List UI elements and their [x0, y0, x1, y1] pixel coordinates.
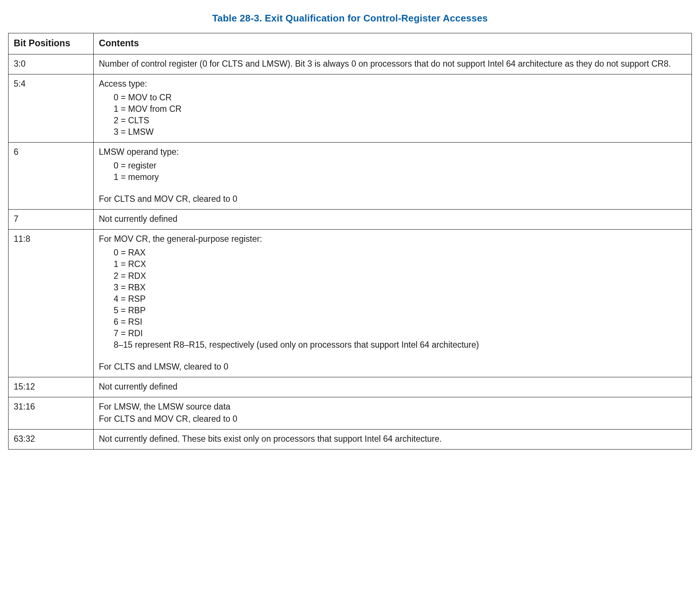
- row-intro-text: Access type:: [99, 78, 686, 90]
- exit-qualification-table: Bit Positions Contents 3:0 Number of con…: [8, 33, 692, 450]
- list-item: 2 = CLTS: [114, 115, 686, 126]
- row-value-list: 0 = RAX 1 = RCX 2 = RDX 3 = RBX 4 = RSP …: [114, 247, 686, 350]
- row-line-text: For CLTS and MOV CR, cleared to 0: [99, 413, 686, 425]
- list-item: 3 = RBX: [114, 282, 686, 293]
- table-row: 5:4 Access type: 0 = MOV to CR 1 = MOV f…: [9, 74, 692, 142]
- table-caption: Table 28-3. Exit Qualification for Contr…: [8, 12, 692, 25]
- table-row: 11:8 For MOV CR, the general-purpose reg…: [9, 230, 692, 377]
- list-item: 0 = register: [114, 160, 686, 171]
- cell-contents: Number of control register (0 for CLTS a…: [94, 54, 692, 74]
- cell-contents: For MOV CR, the general-purpose register…: [94, 230, 692, 377]
- row-intro-text: LMSW operand type:: [99, 146, 686, 158]
- cell-bit-positions: 3:0: [9, 54, 94, 74]
- list-item: 6 = RSI: [114, 316, 686, 328]
- list-item: 3 = LMSW: [114, 126, 686, 138]
- table-row: 63:32 Not currently defined. These bits …: [9, 430, 692, 450]
- cell-bit-positions: 7: [9, 210, 94, 230]
- cell-bit-positions: 11:8: [9, 230, 94, 377]
- cell-contents: Not currently defined. These bits exist …: [94, 430, 692, 450]
- cell-contents: For LMSW, the LMSW source data For CLTS …: [94, 397, 692, 429]
- row-trail-text: For CLTS and LMSW, cleared to 0: [99, 361, 686, 373]
- list-item: 0 = RAX: [114, 247, 686, 258]
- cell-bit-positions: 6: [9, 143, 94, 210]
- list-item: 1 = memory: [114, 171, 686, 183]
- row-trail-text: For CLTS and MOV CR, cleared to 0: [99, 193, 686, 205]
- cell-bit-positions: 63:32: [9, 430, 94, 450]
- list-item: 8–15 represent R8–R15, respectively (use…: [114, 339, 686, 351]
- row-intro-text: For MOV CR, the general-purpose register…: [99, 233, 686, 245]
- table-row: 3:0 Number of control register (0 for CL…: [9, 54, 692, 74]
- cell-bit-positions: 5:4: [9, 74, 94, 142]
- list-item: 1 = RCX: [114, 258, 686, 270]
- row-value-list: 0 = register 1 = memory: [114, 160, 686, 183]
- table-header-row: Bit Positions Contents: [9, 33, 692, 54]
- cell-bit-positions: 31:16: [9, 397, 94, 429]
- table-row: 15:12 Not currently defined: [9, 377, 692, 397]
- cell-contents: Not currently defined: [94, 210, 692, 230]
- list-item: 4 = RSP: [114, 293, 686, 305]
- table-row: 31:16 For LMSW, the LMSW source data For…: [9, 397, 692, 429]
- cell-bit-positions: 15:12: [9, 377, 94, 397]
- cell-contents: LMSW operand type: 0 = register 1 = memo…: [94, 143, 692, 210]
- header-contents: Contents: [94, 33, 692, 54]
- header-bit-positions: Bit Positions: [9, 33, 94, 54]
- list-item: 5 = RBP: [114, 305, 686, 316]
- row-line-text: For LMSW, the LMSW source data: [99, 401, 686, 412]
- table-row: 6 LMSW operand type: 0 = register 1 = me…: [9, 143, 692, 210]
- table-row: 7 Not currently defined: [9, 210, 692, 230]
- list-item: 2 = RDX: [114, 270, 686, 282]
- list-item: 7 = RDI: [114, 328, 686, 339]
- row-value-list: 0 = MOV to CR 1 = MOV from CR 2 = CLTS 3…: [114, 92, 686, 138]
- cell-contents: Not currently defined: [94, 377, 692, 397]
- list-item: 1 = MOV from CR: [114, 103, 686, 115]
- cell-contents: Access type: 0 = MOV to CR 1 = MOV from …: [94, 74, 692, 142]
- list-item: 0 = MOV to CR: [114, 92, 686, 103]
